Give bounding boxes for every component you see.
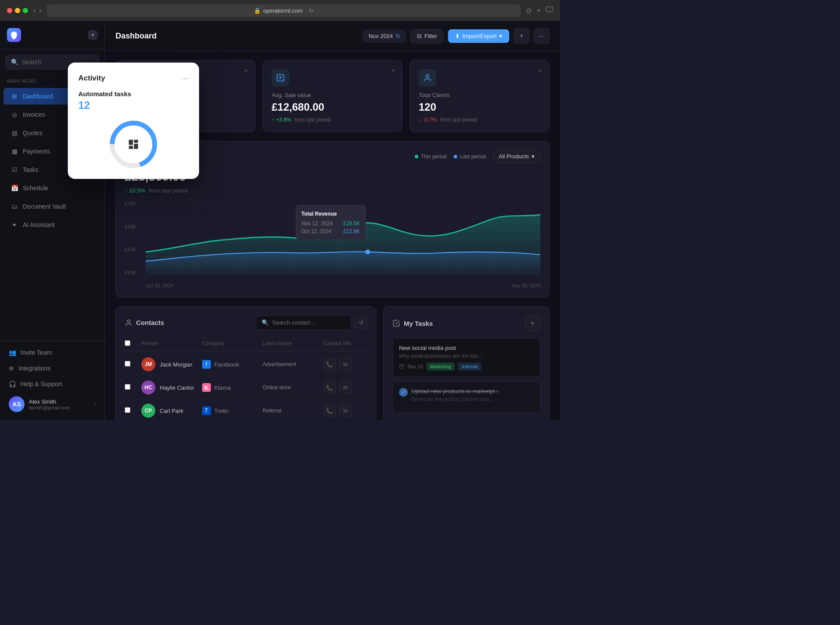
- add-task-button[interactable]: +: [525, 315, 540, 331]
- close-window-button[interactable]: [7, 8, 12, 13]
- stat-link-0[interactable]: ↗: [243, 67, 248, 74]
- payments-icon: ▦: [10, 147, 18, 155]
- chevron-down-icon: ▾: [532, 153, 535, 160]
- sidebar-item-label: Schedule: [23, 185, 48, 192]
- stat-icon-2: [419, 69, 436, 87]
- sidebar-item-ai-assistant[interactable]: ✦ AI Assistant: [4, 216, 101, 233]
- avatar-1: JM: [141, 357, 155, 371]
- filter-label: Filter: [424, 33, 437, 39]
- forward-button[interactable]: ›: [39, 7, 41, 14]
- company-cell-2: K Klarna: [202, 383, 259, 392]
- import-export-button[interactable]: ⬇ Import/Export ▾: [448, 29, 509, 43]
- email-button-3[interactable]: ✉: [339, 405, 351, 417]
- page-title: Dashboard: [116, 31, 357, 41]
- from-text: from last period: [294, 117, 331, 123]
- tabs-icon[interactable]: [546, 7, 553, 12]
- all-products-dropdown[interactable]: All Products ▾: [493, 150, 540, 163]
- sidebar-item-schedule[interactable]: 📅 Schedule: [4, 180, 101, 196]
- contacts-title: Contacts: [125, 319, 164, 327]
- table-row: HC Haylie Cantor K Klarna Online store 📞…: [125, 376, 367, 399]
- sidebar-item-label: Tasks: [23, 166, 38, 173]
- stat-icon-1: [272, 69, 289, 87]
- chevron-down-icon: ▾: [499, 33, 502, 39]
- minimize-window-button[interactable]: [15, 8, 20, 13]
- arrow-up-icon: ↑: [272, 117, 274, 123]
- ai-icon: ✦: [10, 221, 18, 229]
- contact-search[interactable]: 🔍: [256, 315, 351, 330]
- add-button[interactable]: +: [514, 28, 529, 44]
- email-button-1[interactable]: ✉: [339, 358, 351, 370]
- user-profile[interactable]: AS Alex Smith asmith@gmail.com ›: [4, 392, 101, 416]
- email-button-2[interactable]: ✉: [339, 381, 351, 394]
- contacts-refresh-button[interactable]: ↺: [355, 317, 367, 329]
- sidebar-item-help-support[interactable]: 🎧 Help & Support: [4, 376, 101, 392]
- phone-button-2[interactable]: 📞: [323, 381, 336, 394]
- lead-source-2: Online store: [262, 384, 320, 391]
- sidebar-item-integrations[interactable]: ⊛ Integrations: [4, 360, 101, 376]
- chart-y-labels: £25K £20K £15K £10K: [125, 201, 144, 275]
- person-cell-1: JM Jack Morgan: [141, 357, 199, 371]
- logo: [7, 28, 21, 42]
- refresh-icon[interactable]: ↻: [309, 7, 314, 14]
- contact-search-input[interactable]: [272, 319, 346, 326]
- activity-more-button[interactable]: ···: [181, 73, 189, 83]
- sidebar-item-label: Dashboard: [23, 93, 53, 100]
- more-options-button[interactable]: ⋯: [534, 28, 550, 44]
- row-checkbox-2[interactable]: [125, 384, 138, 391]
- row-select-3[interactable]: [125, 407, 130, 413]
- table-row: JM Jack Morgan f Facebook Advertisement …: [125, 353, 367, 376]
- stat-value-1: £12,680.00: [272, 101, 393, 113]
- calendar-icon: [399, 364, 404, 369]
- lead-source-3: Referral: [262, 408, 320, 414]
- company-cell-3: T Trello: [202, 406, 259, 415]
- date-text: Nov 2024: [368, 33, 393, 39]
- sidebar-item-label: Invoices: [23, 111, 45, 118]
- person-col-header: Person: [141, 340, 199, 347]
- task-date-1: Dec 12: [408, 364, 423, 369]
- add-tab-icon[interactable]: +: [537, 7, 541, 15]
- revenue-chart: £25K £20K £15K £10K: [125, 201, 540, 288]
- legend-this-period: This period: [415, 154, 447, 160]
- filter-button[interactable]: ⊟ Filter: [410, 29, 444, 43]
- task-desc-1: Why small businesses are the bac...: [399, 353, 534, 359]
- arrow-down-icon: ↓: [419, 117, 421, 123]
- tasks-icon: ☑: [10, 166, 18, 174]
- browser-toolbar[interactable]: ⊙ +: [526, 7, 553, 15]
- this-period-dot: [415, 155, 418, 158]
- stat-link-2[interactable]: ↗: [537, 67, 542, 74]
- topbar: Dashboard Nov 2024 ↻ ⊟ Filter ⬇ Import/E…: [105, 21, 560, 51]
- select-all-checkbox[interactable]: [125, 340, 130, 346]
- company-name-1: Facebook: [214, 361, 239, 368]
- this-period-label: This period: [421, 154, 447, 160]
- stat-link-1[interactable]: ↗: [390, 67, 395, 74]
- address-bar[interactable]: 🔒 operatorml.com ↻: [47, 4, 521, 17]
- refresh-icon: ↻: [396, 33, 400, 39]
- x-label-start: Oct 28, 2024: [146, 283, 173, 288]
- stat-change-2: ↓ -0.7% from last period: [419, 117, 540, 123]
- bottom-section: Contacts 🔍 ↺: [116, 306, 550, 420]
- row-checkbox-3[interactable]: [125, 407, 138, 415]
- browser-navigation[interactable]: ‹ ›: [33, 7, 42, 14]
- company-icon-1: f: [202, 360, 211, 369]
- row-select-1[interactable]: [125, 361, 130, 367]
- window-controls[interactable]: [7, 8, 28, 13]
- back-button[interactable]: ‹: [33, 7, 35, 14]
- task-item-1: New social media post Why small business…: [392, 338, 540, 377]
- row-checkbox-1[interactable]: [125, 360, 138, 368]
- donut-chart: [109, 120, 158, 168]
- phone-button-1[interactable]: 📞: [323, 358, 336, 370]
- search-label: Search: [22, 59, 41, 66]
- phone-button-3[interactable]: 📞: [323, 405, 336, 417]
- sidebar-item-document-vault[interactable]: 🗂 Document Vault: [4, 198, 101, 215]
- sidebar-toggle-button[interactable]: ▾: [88, 30, 98, 40]
- row-select-2[interactable]: [125, 384, 130, 390]
- stat-card-1: ↗ Avg. Sale value £12,680.00 ↑ +3.8% fro…: [262, 60, 402, 132]
- history-icon[interactable]: ⊙: [526, 7, 532, 15]
- donut-inner-icon: [127, 138, 140, 150]
- maximize-window-button[interactable]: [23, 8, 28, 13]
- date-selector[interactable]: Nov 2024 ↻: [363, 30, 406, 42]
- legend-last-period: Last period: [454, 154, 486, 160]
- checkbox-header[interactable]: [125, 340, 138, 347]
- contacts-table: Person Company Lead source Contact info: [125, 337, 367, 420]
- sidebar-item-invite-team[interactable]: 👥 Invite Team: [4, 345, 101, 360]
